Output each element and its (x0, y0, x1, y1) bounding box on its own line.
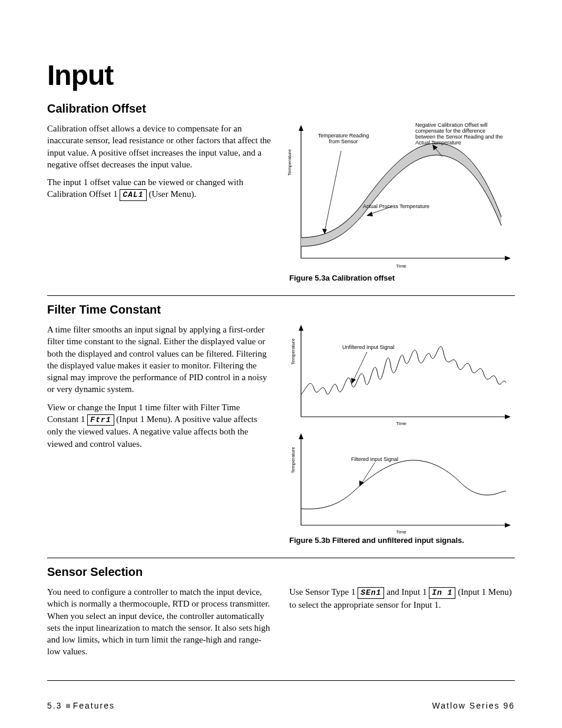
svg-marker-7 (366, 212, 373, 216)
filter-p1: A time filter smooths an input signal by… (47, 324, 273, 396)
svg-marker-21 (359, 480, 364, 486)
label-neg-offset: Negative Calibration Offset will compens… (415, 123, 504, 146)
heading-sensor-selection: Sensor Selection (47, 565, 515, 579)
axis-x-label-b2: Time (396, 529, 406, 535)
axis-y-label-a: Temperature (287, 149, 292, 176)
axis-y-label-b1: Temperature (290, 338, 296, 365)
footer-left: 5.3 ■ Features (47, 701, 115, 710)
panel-filtered: Filtered Input Signal Temperature Time (289, 432, 513, 532)
divider-end (47, 680, 515, 681)
label-filtered: Filtered Input Signal (351, 457, 398, 463)
svg-marker-15 (351, 378, 356, 384)
divider-2 (47, 558, 515, 558)
svg-marker-13 (505, 414, 511, 419)
footer-right: Watlow Series 96 (432, 701, 515, 710)
sensor-right-p: Use Sensor Type 1 SEn1 and Input 1 In 1 … (289, 586, 515, 611)
calibration-p2b: (User Menu). (148, 189, 196, 199)
svg-marker-3 (505, 256, 511, 261)
figure-5-3a: Temperature Reading from Sensor Negative… (289, 123, 513, 270)
panel-unfiltered: Unfiltered Input Signal Temperature Time (289, 324, 513, 424)
figure-5-3b: Unfiltered Input Signal Temperature Time (289, 324, 513, 532)
axis-x-label-b1: Time (396, 421, 406, 426)
unfiltered-svg (289, 324, 513, 424)
sensor-right-b: and Input 1 (386, 587, 429, 597)
label-actual-temp: Actual Process Temperature (363, 204, 451, 210)
filtered-svg (289, 432, 513, 532)
filter-p2: View or change the Input 1 time filter w… (47, 401, 273, 450)
page-footer: 5.3 ■ Features Watlow Series 96 (47, 701, 515, 710)
caption-5-3b: Figure 5.3b Filtered and unfiltered inpu… (289, 536, 515, 545)
label-unfiltered: Unfiltered Input Signal (342, 345, 395, 351)
param-ftr1: Ftr1 (87, 414, 114, 426)
footer-square-icon: ■ (65, 701, 72, 710)
param-in1: In 1 (429, 587, 455, 599)
svg-marker-17 (299, 433, 303, 439)
calibration-p1: Calibration offset allows a device to co… (47, 123, 273, 170)
calibration-p2: The input 1 offset value can be viewed o… (47, 176, 273, 201)
footer-section: Features (73, 701, 115, 710)
filter-row: A time filter smooths an input signal by… (47, 324, 515, 545)
sensor-row: You need to configure a controller to ma… (47, 586, 515, 664)
sensor-right-a: Use Sensor Type 1 (289, 587, 358, 597)
sensor-right: Use Sensor Type 1 SEn1 and Input 1 In 1 … (289, 586, 515, 664)
calibration-text: Calibration offset allows a device to co… (47, 123, 273, 207)
filter-figure-wrap: Unfiltered Input Signal Temperature Time (289, 324, 515, 545)
svg-marker-19 (505, 523, 511, 528)
param-cal1: CAL1 (120, 189, 146, 201)
svg-line-20 (361, 463, 375, 484)
param-sen1: SEn1 (358, 587, 384, 599)
axis-y-label-b2: Temperature (290, 447, 296, 473)
svg-line-4 (325, 151, 341, 232)
svg-line-14 (353, 352, 367, 381)
heading-filter-time: Filter Time Constant (47, 303, 515, 317)
axis-x-label-a: Time (396, 263, 406, 269)
calibration-row: Calibration offset allows a device to co… (47, 123, 515, 282)
page-title: Input (47, 59, 515, 91)
footer-page: 5.3 (47, 701, 62, 710)
sensor-left: You need to configure a controller to ma… (47, 586, 273, 664)
svg-marker-1 (299, 125, 303, 131)
label-temp-reading: Temperature Reading from Sensor (314, 133, 373, 145)
heading-calibration-offset: Calibration Offset (47, 102, 515, 116)
calibration-figure-wrap: Temperature Reading from Sensor Negative… (289, 123, 515, 282)
sensor-left-p: You need to configure a controller to ma… (47, 586, 273, 658)
filter-text: A time filter smooths an input signal by… (47, 324, 273, 456)
caption-5-3a: Figure 5.3a Calibration offset (289, 274, 515, 282)
divider-1 (47, 295, 515, 296)
svg-marker-11 (299, 325, 303, 331)
